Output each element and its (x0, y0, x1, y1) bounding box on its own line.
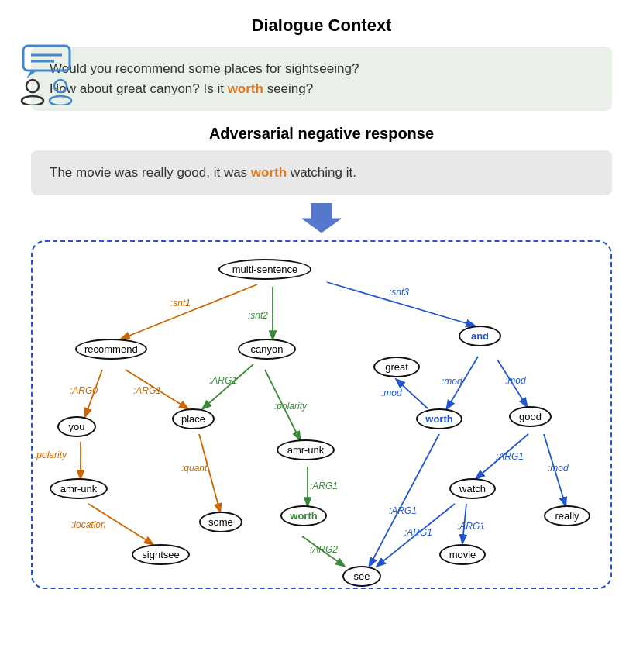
label-mod3: :mod (548, 463, 569, 474)
node-worth-blue: worth (416, 408, 462, 429)
svg-point-4 (26, 80, 39, 92)
label-mod2: :mod (505, 375, 526, 386)
svg-line-18 (203, 364, 253, 408)
svg-marker-8 (302, 203, 341, 233)
label-mod-worth-great: :mod (381, 388, 402, 398)
label-arg1-1: :ARG1 (133, 385, 161, 396)
label-snt3: :snt3 (389, 287, 409, 298)
label-arg1-watch-see: :ARG1 (404, 527, 432, 538)
label-arg1-2: :ARG1 (209, 375, 237, 386)
svg-line-9 (122, 284, 257, 339)
label-arg1-4: :ARG1 (389, 505, 417, 516)
node-and: and (459, 326, 501, 346)
page-title: Dialogue Context (31, 16, 612, 36)
label-arg0: :ARG0 (70, 385, 98, 396)
response-line: The movie was really good, it was (50, 165, 251, 180)
node-worth-green: worth (280, 505, 327, 526)
label-snt2: :snt2 (248, 310, 268, 321)
label-arg2: :ARG2 (310, 544, 338, 555)
node-some: some (199, 512, 242, 532)
dialogue-line1: Would you recommend some places for sigh… (50, 61, 359, 76)
svg-point-7 (50, 96, 71, 105)
node-you: you (57, 416, 96, 437)
label-polarity1: :polarity (34, 450, 67, 460)
node-really: really (544, 505, 590, 526)
node-see: see (342, 566, 381, 587)
amr-graph-container: multi-sentence and recommend canyon grea… (31, 240, 612, 589)
dialogue-box: Would you recommend some places for sigh… (31, 47, 612, 111)
response-box: The movie was really good, it was worth … (31, 150, 612, 195)
label-arg1-3: :ARG1 (310, 481, 338, 491)
node-great: great (373, 357, 420, 377)
label-mod1: :mod (442, 376, 462, 387)
node-movie: movie (439, 544, 486, 565)
node-amr-unk2: amr-unk (277, 439, 335, 460)
svg-point-6 (54, 80, 67, 92)
node-sightsee: sightsee (132, 544, 190, 565)
node-canyon: canyon (238, 339, 296, 360)
node-place: place (172, 408, 215, 429)
response-line2: watching it. (287, 165, 356, 180)
label-location: :location (71, 519, 106, 530)
dialogue-line2b: seeing? (263, 81, 313, 96)
svg-point-5 (22, 96, 43, 105)
adversarial-title: Adversarial negative response (31, 125, 612, 143)
label-arg1-watch-movie: :ARG1 (457, 521, 485, 532)
label-snt1: :snt1 (170, 298, 191, 308)
node-watch: watch (449, 478, 496, 499)
main-container: Dialogue Context Would you recommend som… (0, 0, 643, 672)
dialogue-worth: worth (228, 81, 263, 96)
icon-area (15, 43, 77, 108)
node-recommend: recommend (75, 339, 147, 360)
node-amr-unk1: amr-unk (50, 478, 108, 499)
label-arg1-5: :ARG1 (496, 451, 524, 462)
label-quant: :quant (181, 463, 207, 474)
response-worth: worth (251, 165, 287, 180)
label-polarity2: :polarity (274, 401, 307, 412)
node-good: good (509, 406, 552, 427)
svg-line-24 (370, 434, 439, 566)
svg-rect-0 (23, 46, 70, 71)
node-multi-sentence: multi-sentence (218, 259, 311, 280)
arrow-down (31, 203, 612, 233)
